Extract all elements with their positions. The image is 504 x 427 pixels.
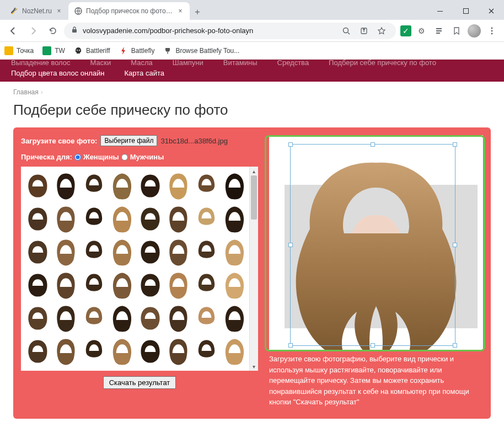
hairstyle-thumbnail[interactable]: [109, 170, 136, 201]
close-icon[interactable]: ×: [176, 7, 184, 15]
hairstyle-thumbnail[interactable]: [193, 269, 220, 300]
share-icon[interactable]: [356, 23, 372, 39]
hairstyle-thumbnail[interactable]: [24, 203, 51, 234]
maximize-button[interactable]: [453, 2, 479, 20]
hairstyle-thumbnail[interactable]: [81, 203, 108, 234]
reload-button[interactable]: [44, 22, 62, 40]
hairstyle-thumbnail[interactable]: [81, 335, 108, 366]
minimize-button[interactable]: [428, 2, 453, 20]
hairstyle-thumbnail[interactable]: [109, 269, 136, 300]
hairstyle-thumbnail[interactable]: [221, 236, 248, 267]
resize-handle[interactable]: [453, 243, 457, 247]
nav-link[interactable]: Выпадение волос: [11, 60, 71, 67]
hairstyle-thumbnail[interactable]: [137, 335, 164, 366]
new-tab-button[interactable]: +: [190, 4, 205, 20]
hairstyle-thumbnail[interactable]: [221, 335, 248, 366]
hairstyle-thumbnail[interactable]: [52, 236, 79, 267]
nav-link[interactable]: Подбери себе прическу по фото: [329, 60, 436, 67]
scroll-down-icon[interactable]: ▾: [250, 362, 258, 371]
hairstyle-thumbnail[interactable]: [137, 236, 164, 267]
resize-handle[interactable]: [288, 142, 293, 147]
star-icon[interactable]: [374, 23, 389, 39]
hairstyle-thumbnail[interactable]: [165, 203, 192, 234]
nav-link[interactable]: Маски: [90, 60, 111, 67]
back-button[interactable]: [4, 22, 22, 40]
hairstyle-thumbnail[interactable]: [165, 335, 192, 366]
close-icon[interactable]: ×: [55, 7, 63, 15]
hairstyle-thumbnail[interactable]: [109, 335, 136, 366]
hairstyle-thumbnail[interactable]: [109, 203, 136, 234]
extension-gear-icon[interactable]: ⚙: [414, 23, 429, 39]
hairstyle-thumbnail[interactable]: [193, 236, 220, 267]
hairstyle-thumbnail[interactable]: [193, 302, 220, 333]
bookmark-item[interactable]: Battlefly: [119, 46, 155, 55]
selection-box[interactable]: [290, 144, 455, 346]
bookmark-item[interactable]: Точка: [4, 46, 34, 55]
browser-tab-inactive[interactable]: NozNet.ru ×: [4, 2, 68, 20]
hairstyle-thumbnail[interactable]: [221, 170, 248, 201]
hairstyle-thumbnail[interactable]: [24, 335, 51, 366]
hairstyle-thumbnail[interactable]: [165, 170, 192, 201]
hairstyle-thumbnail[interactable]: [52, 302, 79, 333]
hairstyle-thumbnail[interactable]: [221, 302, 248, 333]
resize-handle[interactable]: [371, 343, 375, 348]
browser-tab-active[interactable]: Подбор причесок по фото онла ×: [68, 2, 190, 20]
choose-file-button[interactable]: Выберите файл: [100, 135, 157, 146]
hairstyle-thumbnail[interactable]: [81, 302, 108, 333]
hairstyle-thumbnail[interactable]: [137, 203, 164, 234]
search-icon[interactable]: [339, 23, 354, 39]
extension-list-icon[interactable]: [431, 23, 447, 39]
forward-button[interactable]: [24, 22, 42, 40]
breadcrumb-home[interactable]: Главная: [13, 88, 39, 96]
hairstyle-thumbnail[interactable]: [193, 335, 220, 366]
hairstyle-thumbnail[interactable]: [137, 269, 164, 300]
hairstyle-thumbnail[interactable]: [221, 203, 248, 234]
hairstyle-thumbnail[interactable]: [24, 236, 51, 267]
nav-link[interactable]: Подбор цвета волос онлайн: [11, 69, 105, 77]
bookmark-item[interactable]: Battleriff: [74, 46, 110, 55]
hairstyle-thumbnail[interactable]: [52, 335, 79, 366]
hairstyle-thumbnail[interactable]: [193, 203, 220, 234]
hairstyle-thumbnail[interactable]: [24, 170, 51, 201]
hairstyle-thumbnail[interactable]: [165, 269, 192, 300]
resize-handle[interactable]: [288, 343, 293, 348]
nav-link[interactable]: Масла: [131, 60, 153, 67]
nav-link[interactable]: Карта сайта: [125, 69, 164, 77]
hairstyle-thumbnail[interactable]: [109, 236, 136, 267]
hairstyle-thumbnail[interactable]: [137, 170, 164, 201]
nav-link[interactable]: Средства: [277, 60, 309, 67]
hairstyle-thumbnail[interactable]: [109, 302, 136, 333]
resize-handle[interactable]: [288, 243, 293, 247]
hairstyle-thumbnail[interactable]: [52, 170, 79, 201]
bookmark-item[interactable]: TW: [42, 46, 65, 55]
address-bar[interactable]: volosvypadenie.com/podbor-prichesok-po-f…: [64, 23, 396, 39]
hairstyle-thumbnail[interactable]: [193, 170, 220, 201]
scroll-thumb[interactable]: [251, 175, 257, 220]
hairstyle-thumbnail[interactable]: [165, 236, 192, 267]
hairstyle-thumbnail[interactable]: [221, 269, 248, 300]
gender-male-radio[interactable]: [121, 154, 128, 161]
scroll-up-icon[interactable]: ▴: [250, 167, 258, 175]
download-button[interactable]: Скачать результат: [103, 376, 176, 389]
gallery-scrollbar[interactable]: ▴ ▾: [249, 167, 258, 371]
close-window-button[interactable]: [479, 2, 504, 20]
nav-link[interactable]: Витамины: [223, 60, 258, 67]
menu-icon[interactable]: [484, 23, 500, 39]
hairstyle-thumbnail[interactable]: [52, 269, 79, 300]
gender-female-radio[interactable]: [74, 154, 81, 161]
extension-bookmark-icon[interactable]: [449, 23, 464, 39]
preview-canvas[interactable]: [269, 135, 483, 350]
hairstyle-thumbnail[interactable]: [81, 170, 108, 201]
hairstyle-thumbnail[interactable]: [24, 302, 51, 333]
hairstyle-thumbnail[interactable]: [52, 203, 79, 234]
resize-handle[interactable]: [453, 343, 457, 348]
resize-handle[interactable]: [453, 142, 457, 147]
extension-check-icon[interactable]: ✓: [400, 25, 411, 36]
nav-link[interactable]: Шампуни: [173, 60, 203, 67]
resize-handle[interactable]: [371, 142, 375, 147]
hairstyle-thumbnail[interactable]: [81, 236, 108, 267]
hairstyle-thumbnail[interactable]: [24, 269, 51, 300]
hairstyle-thumbnail[interactable]: [81, 269, 108, 300]
bookmark-item[interactable]: Browse Battlefy Tou...: [163, 46, 239, 55]
hairstyle-thumbnail[interactable]: [137, 302, 164, 333]
